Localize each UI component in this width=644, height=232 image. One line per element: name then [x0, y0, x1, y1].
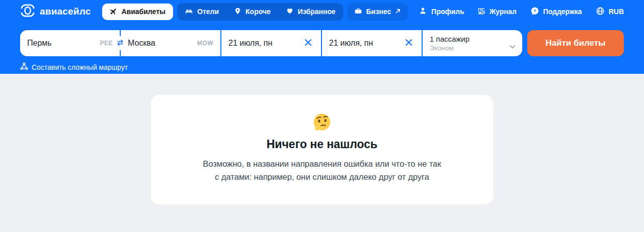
nav-journal[interactable]: ПС ЖР Журнал — [478, 8, 517, 16]
currency-label: RUB — [609, 8, 624, 16]
destination-input[interactable] — [128, 39, 194, 48]
top-navigation-right: Профиль ПС ЖР Журнал ? Поддержка — [419, 7, 624, 17]
nav-profile[interactable]: Профиль — [419, 7, 464, 17]
passengers-count: 1 пассажир — [430, 35, 469, 43]
destination-iata-code: MOW — [197, 40, 213, 47]
briefcase-icon — [354, 7, 362, 17]
depart-date-field[interactable]: 21 июля, пн — [221, 30, 321, 56]
heart-icon — [286, 7, 294, 16]
clear-return-date-button[interactable] — [403, 37, 415, 50]
nav-item-label: Поддержка — [543, 8, 582, 16]
nav-currency[interactable]: RUB — [596, 7, 624, 17]
empty-state-description: Возможно, в названии направления ошибка … — [171, 157, 473, 183]
travel-class: Эконом — [430, 44, 454, 52]
origin-field[interactable]: PEE — [20, 30, 120, 56]
support-icon: ? — [530, 7, 539, 17]
tab-izbrannoe[interactable]: Избранное — [278, 3, 343, 20]
tab-oteli[interactable]: Отели — [177, 3, 226, 21]
route-nodes-icon — [20, 62, 28, 72]
thinking-face-emoji — [171, 113, 473, 131]
tab-business[interactable]: Бизнес — [347, 3, 408, 21]
tab-label: Избранное — [298, 8, 336, 16]
brand-name: авиасейлс — [40, 6, 91, 17]
brand-logo[interactable]: авиасейлс — [20, 4, 91, 20]
header-hero: авиасейлс Авиабилеты — [0, 0, 644, 74]
empty-state-title: Ничего не нашлось — [171, 138, 473, 151]
chevron-down-icon — [510, 42, 515, 51]
aviasales-logo-icon — [20, 4, 35, 20]
tab-koroche[interactable]: Короче — [226, 3, 278, 21]
tab-group: Отели Короче — [177, 3, 343, 21]
nav-item-label: Профиль — [431, 8, 464, 16]
search-fields: PEE MOW 21 июля, пн — [20, 30, 522, 56]
nav-item-label: Журнал — [490, 8, 517, 16]
close-icon — [405, 39, 413, 48]
return-date-field[interactable]: 21 июля, пн — [322, 30, 422, 56]
depart-date-value: 21 июля, пн — [228, 39, 272, 48]
globe-icon — [596, 7, 605, 17]
arrow-up-right-icon — [395, 8, 401, 16]
tab-label: Авиабилеты — [122, 8, 166, 16]
journal-icon: ПС ЖР — [478, 8, 486, 16]
close-icon — [304, 39, 312, 48]
swap-cities-button[interactable] — [113, 36, 127, 50]
complex-route-label: Составить сложный маршрут — [32, 63, 128, 71]
tab-label: Бизнес — [366, 8, 391, 16]
profile-icon — [419, 7, 427, 17]
origin-input[interactable] — [27, 39, 97, 48]
flight-search-form: PEE MOW 21 июля, пн — [20, 30, 624, 56]
svg-text:?: ? — [533, 8, 536, 13]
destination-field[interactable]: MOW — [121, 30, 220, 56]
search-tickets-button[interactable]: Найти билеты — [527, 30, 624, 56]
tab-label: Отели — [197, 8, 219, 16]
clear-depart-date-button[interactable] — [302, 37, 314, 50]
empty-state-card: Ничего не нашлось Возможно, в названии н… — [151, 95, 493, 204]
origin-iata-code: PEE — [100, 40, 113, 47]
top-navigation: авиасейлс Авиабилеты — [0, 0, 644, 23]
bed-icon — [185, 7, 193, 17]
main-content: Ничего не нашлось Возможно, в названии н… — [0, 95, 644, 232]
plane-icon — [110, 7, 118, 17]
map-pin-icon — [234, 7, 242, 17]
nav-support[interactable]: ? Поддержка — [530, 7, 582, 17]
swap-arrows-icon — [116, 39, 124, 48]
passengers-field[interactable]: 1 пассажир Эконом — [423, 30, 522, 56]
tab-aviabilety[interactable]: Авиабилеты — [102, 4, 174, 20]
return-date-value: 21 июля, пн — [329, 39, 373, 48]
product-tabs: Авиабилеты Отели — [102, 3, 409, 21]
complex-route-link[interactable]: Составить сложный маршрут — [20, 62, 128, 72]
tab-label: Короче — [246, 8, 271, 16]
